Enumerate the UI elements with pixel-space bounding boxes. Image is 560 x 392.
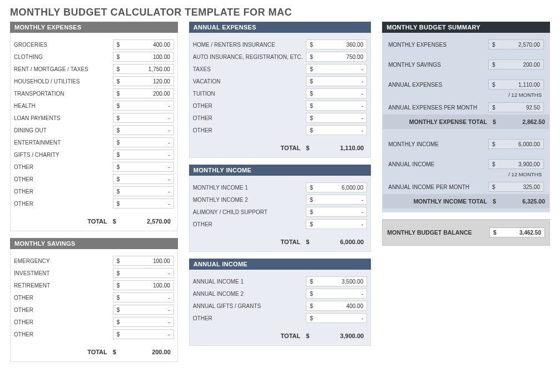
balance-cell: $3,462.50 (489, 227, 545, 237)
section-total: TOTAL$3,900.00 (193, 329, 367, 343)
line-item-label: DINING OUT (14, 127, 110, 133)
amount-field[interactable]: $- (113, 186, 174, 196)
line-item-row: OTHER$- (193, 100, 367, 112)
amount-field[interactable]: $- (113, 199, 174, 209)
amount-field[interactable]: $- (306, 101, 367, 111)
amount-field[interactable]: $- (306, 125, 367, 135)
per-12-note: / 12 MONTHS (386, 170, 546, 181)
amount-field[interactable]: $- (306, 76, 367, 86)
amount-field[interactable]: $100.00 (113, 280, 174, 290)
line-item-row: INVESTMENT$- (14, 267, 174, 279)
line-item-label: CLOTHING (14, 54, 110, 60)
amount-field[interactable]: $200.00 (113, 88, 174, 98)
balance-box: MONTHLY BUDGET BALANCE $3,462.50 (382, 219, 550, 246)
amount-field[interactable]: $360.00 (306, 39, 367, 49)
amount-field[interactable]: $6,000.00 (306, 182, 367, 192)
amount-field[interactable]: $3,500.00 (306, 276, 367, 286)
line-item-row: HEALTH$- (14, 100, 174, 112)
line-item-row: OTHER$- (193, 124, 367, 136)
amount-field[interactable]: $1,750.00 (113, 64, 174, 74)
amount-field[interactable]: $400.00 (306, 301, 367, 311)
summary-cell: $200.00 (488, 59, 544, 70)
line-item-label: MONTHLY INCOME 2 (193, 197, 303, 203)
amount-field[interactable]: $- (113, 317, 174, 327)
line-item-label: OTHER (14, 331, 110, 338)
summary-expense-total: MONTHLY EXPENSE TOTAL $ 2,862.50 (383, 115, 549, 129)
amount-field[interactable]: $- (113, 268, 174, 278)
amount-field[interactable]: $750.00 (306, 52, 367, 62)
line-item-row: HOME / RENTERS INSURANCE$360.00 (193, 38, 367, 51)
line-item-row: HOUSEHOLD / UTILITIES$120.00 (14, 75, 174, 87)
line-item-row: OTHER$- (14, 161, 174, 173)
summary-cell: $3,900.00 (488, 159, 544, 169)
section-total: TOTAL$2,570.00 (14, 214, 174, 229)
line-item-row: OTHER$- (14, 197, 174, 210)
line-item-label: OTHER (14, 176, 110, 182)
line-item-label: VACATION (193, 78, 303, 85)
amount-field[interactable]: $- (113, 113, 174, 123)
summary-cell: $1,110.00 (488, 80, 544, 90)
line-item-row: AUTO INSURANCE, REGISTRATION, ETC.$750.0… (193, 51, 367, 63)
line-item-label: OTHER (14, 295, 110, 301)
line-item-row: TRANSPORTATION$200.00 (14, 87, 174, 100)
amount-field[interactable]: $- (113, 305, 174, 315)
amount-field[interactable]: $- (113, 101, 174, 111)
line-item-row: OTHER$- (14, 291, 174, 304)
amount-field[interactable]: $120.00 (113, 76, 174, 86)
amount-field[interactable]: $- (306, 219, 367, 229)
amount-field[interactable]: $- (306, 88, 367, 98)
section-total: TOTAL$200.00 (14, 345, 174, 359)
panel-annual-expenses: ANNUAL EXPENSES HOME / RENTERS INSURANCE… (189, 22, 371, 158)
line-item-row: CLOTHING$100.00 (14, 51, 174, 63)
summary-row: ANNUAL EXPENSES $1,110.00 (386, 78, 546, 91)
line-item-row: ANNUAL INCOME 1$3,500.00 (193, 275, 367, 287)
line-item-row: OTHER$- (14, 304, 174, 316)
amount-field[interactable]: $- (113, 329, 174, 339)
amount-field[interactable]: $- (306, 64, 367, 74)
line-item-row: OTHER$- (193, 312, 367, 324)
summary-income-total: MONTHLY INCOME TOTAL $ 6,325.00 (383, 194, 549, 209)
line-item-label: GROCERIES (14, 42, 110, 48)
amount-field[interactable]: $- (306, 207, 367, 217)
amount-field[interactable]: $- (306, 289, 367, 299)
line-item-label: RENT / MORTGAGE / TAXES (14, 66, 110, 72)
per-12-note: / 12 MONTHS (386, 91, 546, 101)
amount-field[interactable]: $100.00 (113, 52, 174, 62)
amount-field[interactable]: $100.00 (113, 256, 174, 266)
panel-header: MONTHLY SAVINGS (10, 238, 178, 249)
amount-field[interactable]: $- (113, 162, 174, 172)
line-item-row: TUITION$- (193, 87, 367, 100)
line-item-row: RENT / MORTGAGE / TAXES$1,750.00 (14, 63, 174, 75)
amount-field[interactable]: $- (113, 150, 174, 160)
panel-annual-income: ANNUAL INCOME ANNUAL INCOME 1$3,500.00AN… (189, 259, 371, 346)
summary-row: MONTHLY EXPENSES $2,570.00 (386, 38, 546, 51)
line-item-label: OTHER (193, 115, 303, 121)
amount-field[interactable]: $- (306, 195, 367, 205)
line-item-row: OTHER$- (14, 328, 174, 340)
line-item-label: OTHER (14, 164, 110, 170)
amount-field[interactable]: $400.00 (113, 39, 174, 49)
amount-field[interactable]: $- (306, 313, 367, 323)
line-item-row: TAXES$- (193, 63, 367, 75)
line-item-label: LOAN PAYMENTS (14, 115, 110, 121)
summary-row: MONTHLY SAVINGS $200.00 (386, 58, 546, 71)
summary-cell: $6,000.00 (488, 139, 544, 149)
line-item-label: MONTHLY INCOME 1 (193, 185, 303, 191)
line-item-row: ENTERTAINMENT$- (14, 136, 174, 148)
amount-field[interactable]: $- (113, 292, 174, 302)
summary-cell: $2,570.00 (488, 39, 544, 49)
panel-header: ANNUAL INCOME (189, 259, 371, 270)
summary-label: MONTHLY INCOME (388, 141, 485, 147)
amount-field[interactable]: $- (113, 174, 174, 184)
amount-field[interactable]: $- (113, 125, 174, 135)
line-item-row: ANNUAL GIFTS / GRANTS$400.00 (193, 300, 367, 312)
line-item-label: ANNUAL GIFTS / GRANTS (193, 303, 303, 309)
panel-header: MONTHLY BUDGET SUMMARY (382, 22, 550, 33)
column-middle: ANNUAL EXPENSES HOME / RENTERS INSURANCE… (189, 22, 371, 353)
line-item-row: LOAN PAYMENTS$- (14, 112, 174, 124)
line-item-label: EMERGENCY (14, 258, 110, 264)
amount-field[interactable]: $- (306, 113, 367, 123)
amount-field[interactable]: $- (113, 137, 174, 147)
line-item-label: OTHER (14, 201, 110, 207)
summary-row: ANNUAL EXPENSES PER MONTH $92.50 (386, 101, 546, 113)
